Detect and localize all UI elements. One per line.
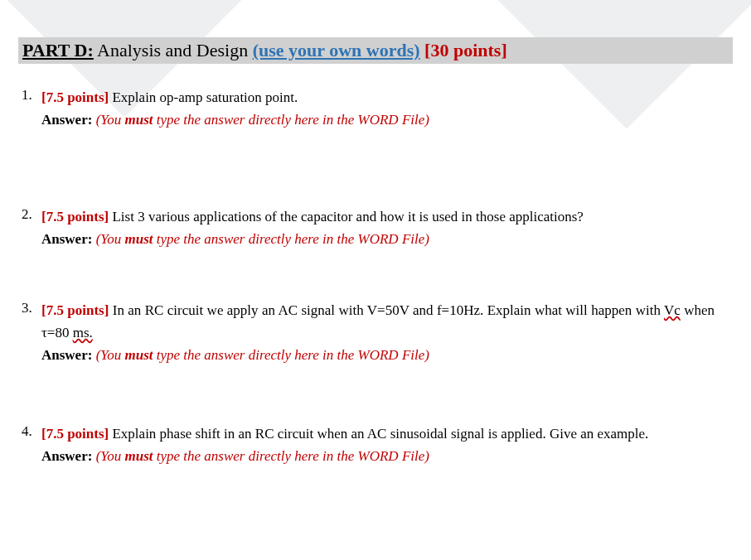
section-title: Analysis and Design [97,40,253,60]
answer-line: Answer: (You must type the answer direct… [41,109,715,132]
part-label: PART D: [22,40,94,60]
hint-text: (use your own words) [253,40,420,60]
question-text: [7.5 points] Explain op-amp saturation p… [41,87,715,109]
question-body-part1: In an RC circuit we apply an AC signal w… [109,302,664,318]
question-points: [7.5 points] [41,89,109,105]
answer-line: Answer: (You must type the answer direct… [41,229,715,251]
ms-term: ms. [73,325,93,340]
total-points: [30 points] [424,40,507,60]
answer-label: Answer: [41,347,96,363]
question-number: 3. [22,300,32,316]
question-body: List 3 various applications of the capac… [109,209,584,224]
answer-line: Answer: (You must type the answer direct… [41,345,715,367]
question-3: 3. [7.5 points] In an RC circuit we appl… [41,300,715,367]
answer-hint: (You must type the answer directly here … [96,448,429,464]
question-1: 1. [7.5 points] Explain op-amp saturatio… [41,87,715,132]
question-4: 4. [7.5 points] Explain phase shift in a… [41,423,715,468]
question-text: [7.5 points] Explain phase shift in an R… [41,423,715,446]
question-number: 2. [22,206,32,223]
question-points: [7.5 points] [41,302,109,318]
question-body: Explain op-amp saturation point. [109,89,298,105]
answer-hint: (You must type the answer directly here … [96,347,429,363]
question-points: [7.5 points] [41,426,109,442]
question-2: 2. [7.5 points] List 3 various applicati… [41,206,715,251]
section-header: PART D: Analysis and Design (use your ow… [18,37,733,64]
question-text: [7.5 points] List 3 various applications… [41,206,715,229]
question-number: 1. [22,87,32,104]
answer-label: Answer: [41,231,96,247]
document-content: PART D: Analysis and Design (use your ow… [0,0,751,468]
question-number: 4. [22,423,32,440]
vc-term: Vc [664,302,681,318]
question-body: Explain phase shift in an RC circuit whe… [109,426,648,442]
answer-line: Answer: (You must type the answer direct… [41,446,715,468]
answer-label: Answer: [41,448,96,464]
answer-label: Answer: [41,112,96,128]
answer-hint: (You must type the answer directly here … [96,112,429,128]
question-text: [7.5 points] In an RC circuit we apply a… [41,300,715,345]
answer-hint: (You must type the answer directly here … [96,231,429,247]
question-points: [7.5 points] [41,209,109,224]
questions-list: 1. [7.5 points] Explain op-amp saturatio… [18,87,733,468]
